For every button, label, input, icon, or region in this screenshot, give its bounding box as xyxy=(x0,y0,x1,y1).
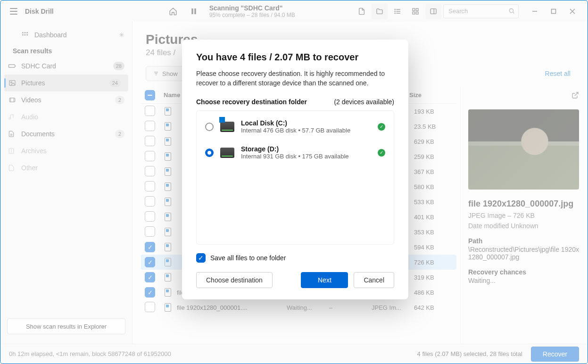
device-count: (2 devices available) xyxy=(334,98,394,106)
destination-option[interactable]: Storage (D:) Internal 931 GB disk • 175 … xyxy=(197,140,394,165)
destination-sub: Internal 476 GB disk • 57.7 GB available xyxy=(241,127,371,134)
modal-body: Please choose recovery destination. It i… xyxy=(196,69,394,88)
drive-icon xyxy=(220,122,234,132)
status-ok-icon: ✓ xyxy=(378,123,385,131)
cancel-button[interactable]: Cancel xyxy=(354,272,394,288)
drive-icon xyxy=(220,148,234,158)
destination-option[interactable]: Local Disk (C:) Internal 476 GB disk • 5… xyxy=(197,114,394,140)
destination-list: Local Disk (C:) Internal 476 GB disk • 5… xyxy=(196,110,394,245)
save-one-folder-label: Save all files to one folder xyxy=(210,254,286,262)
radio-button[interactable] xyxy=(205,123,214,131)
destination-name: Local Disk (C:) xyxy=(241,119,371,127)
save-one-folder-checkbox[interactable]: ✓ xyxy=(196,253,206,263)
status-ok-icon: ✓ xyxy=(378,149,385,157)
radio-button[interactable] xyxy=(205,149,214,157)
destination-sub: Internal 931 GB disk • 175 GB available xyxy=(241,153,371,160)
destination-label: Choose recovery destination folder xyxy=(196,98,307,106)
modal-title: You have 4 files / 2.07 MB to recover xyxy=(196,52,394,63)
destination-name: Storage (D:) xyxy=(241,145,371,153)
next-button[interactable]: Next xyxy=(301,272,348,288)
recovery-destination-modal: You have 4 files / 2.07 MB to recover Pl… xyxy=(182,40,408,299)
choose-destination-button[interactable]: Choose destination xyxy=(196,272,273,288)
